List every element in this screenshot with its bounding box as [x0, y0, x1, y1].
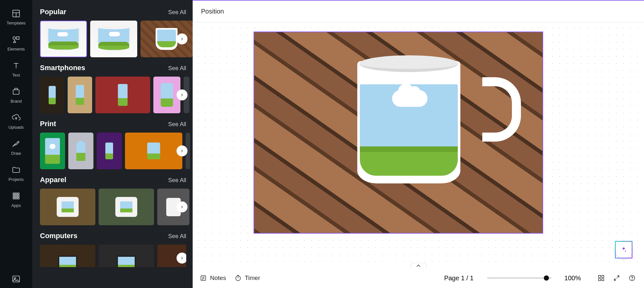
grid-icon: [598, 274, 605, 282]
sidebar-item-label: Draw: [11, 151, 21, 156]
sidebar-item-brand[interactable]: Brand: [0, 82, 32, 108]
zoom-slider[interactable]: [487, 277, 552, 279]
scroll-right-button[interactable]: [177, 89, 187, 100]
help-icon: [629, 274, 636, 282]
sidebar-item-elements[interactable]: Elements: [0, 30, 32, 56]
notes-icon: [200, 274, 207, 282]
mockup-thumb[interactable]: [68, 77, 92, 113]
sidebar-item-draw[interactable]: Draw: [0, 134, 32, 160]
mockup-thumb[interactable]: [40, 133, 65, 169]
scroll-right-button[interactable]: [177, 33, 187, 44]
see-all-link[interactable]: See All: [168, 65, 186, 72]
mockup-thumb[interactable]: [97, 133, 122, 169]
section-apparel: Apparel See All: [40, 176, 186, 225]
context-toolbar: Position: [193, 0, 644, 23]
timer-button[interactable]: Timer: [235, 274, 260, 282]
svg-rect-32: [602, 279, 604, 281]
section-title: Print: [40, 120, 56, 128]
svg-rect-18: [15, 198, 17, 199]
grid-view-button[interactable]: [596, 273, 606, 283]
svg-rect-17: [13, 198, 15, 199]
scroll-right-button[interactable]: [177, 201, 187, 212]
sidebar-item-text[interactable]: Text: [0, 56, 32, 82]
scroll-right-button[interactable]: [177, 253, 186, 264]
magic-assistant-button[interactable]: [615, 241, 632, 258]
see-all-link[interactable]: See All: [168, 177, 186, 184]
brand-icon: [12, 87, 21, 96]
mockup-thumb[interactable]: [90, 21, 137, 57]
svg-rect-9: [14, 88, 17, 90]
mockup-thumb[interactable]: [99, 189, 154, 225]
mockup-image[interactable]: [254, 32, 543, 233]
text-icon: [12, 61, 21, 70]
sidebar-item-photos[interactable]: [0, 269, 32, 288]
scroll-right-button[interactable]: [177, 145, 187, 156]
zoom-value[interactable]: 100%: [564, 274, 581, 282]
svg-rect-19: [18, 198, 19, 199]
sidebar-item-projects[interactable]: Projects: [0, 160, 32, 186]
sidebar-item-label: Apps: [11, 203, 21, 208]
mockup-thumb[interactable]: [68, 133, 93, 169]
sidebar-item-label: Elements: [7, 47, 25, 51]
svg-rect-30: [602, 275, 604, 277]
mockups-panel: Popular See All Smartphones See All Prin…: [32, 0, 193, 288]
svg-line-33: [617, 276, 619, 278]
svg-rect-4: [16, 37, 19, 39]
sidebar-item-label: Text: [12, 73, 20, 78]
canvas-area[interactable]: Notes Timer Page 1 / 1 100%: [193, 23, 644, 288]
see-all-link[interactable]: See All: [168, 233, 186, 240]
svg-rect-31: [599, 279, 601, 281]
chevron-right-icon: [180, 205, 184, 209]
chevron-left-icon: [192, 139, 193, 143]
section-print: Print See All: [40, 120, 186, 169]
mockup-thumb[interactable]: [40, 21, 87, 57]
svg-rect-15: [15, 195, 17, 197]
svg-marker-5: [14, 40, 16, 42]
svg-point-3: [13, 37, 15, 39]
sparkle-icon: [620, 246, 627, 253]
page-indicator[interactable]: Page 1 / 1: [444, 274, 474, 282]
section-title: Computers: [40, 232, 77, 240]
sidebar-item-uploads[interactable]: Uploads: [0, 108, 32, 134]
see-all-link[interactable]: See All: [168, 121, 186, 128]
chevron-up-icon: [415, 262, 422, 269]
mockup-thumb[interactable]: [99, 245, 154, 267]
sidebar-item-label: Templates: [6, 21, 25, 25]
svg-point-36: [632, 279, 632, 280]
expand-pages-button[interactable]: [410, 263, 427, 268]
mockup-thumb[interactable]: [125, 133, 182, 169]
editor-area: Position: [193, 0, 644, 288]
mockup-thumb[interactable]: [40, 77, 64, 113]
chevron-right-icon: [180, 93, 184, 97]
section-title: Smartphones: [40, 64, 85, 72]
mockup-thumb[interactable]: [95, 77, 150, 113]
see-all-link[interactable]: See All: [168, 9, 186, 16]
timer-icon: [235, 274, 242, 282]
editor-footer: Notes Timer Page 1 / 1 100%: [193, 268, 644, 288]
chevron-right-icon: [180, 256, 184, 260]
position-button[interactable]: Position: [201, 8, 224, 15]
notes-label: Notes: [210, 274, 226, 282]
draw-icon: [12, 139, 21, 148]
section-popular: Popular See All: [40, 8, 186, 57]
mockup-thumb[interactable]: [40, 245, 95, 267]
templates-icon: [12, 9, 21, 18]
sidebar-item-templates[interactable]: Templates: [0, 4, 32, 30]
chevron-right-icon: [180, 149, 184, 153]
chevron-right-icon: [180, 37, 184, 41]
svg-rect-12: [15, 193, 17, 195]
section-title: Apparel: [40, 176, 66, 184]
mockup-thumb[interactable]: [40, 189, 95, 225]
section-smartphones: Smartphones See All: [40, 64, 186, 113]
uploads-icon: [12, 113, 21, 122]
image-icon: [12, 274, 21, 283]
collapse-panel-button[interactable]: [190, 132, 193, 150]
zoom-slider-knob[interactable]: [544, 275, 549, 281]
svg-rect-8: [13, 90, 19, 94]
svg-rect-11: [13, 193, 15, 195]
notes-button[interactable]: Notes: [200, 274, 226, 282]
help-button[interactable]: [627, 273, 637, 283]
fullscreen-button[interactable]: [612, 273, 621, 283]
design-canvas[interactable]: [254, 32, 543, 234]
sidebar-item-apps[interactable]: Apps: [0, 186, 32, 212]
